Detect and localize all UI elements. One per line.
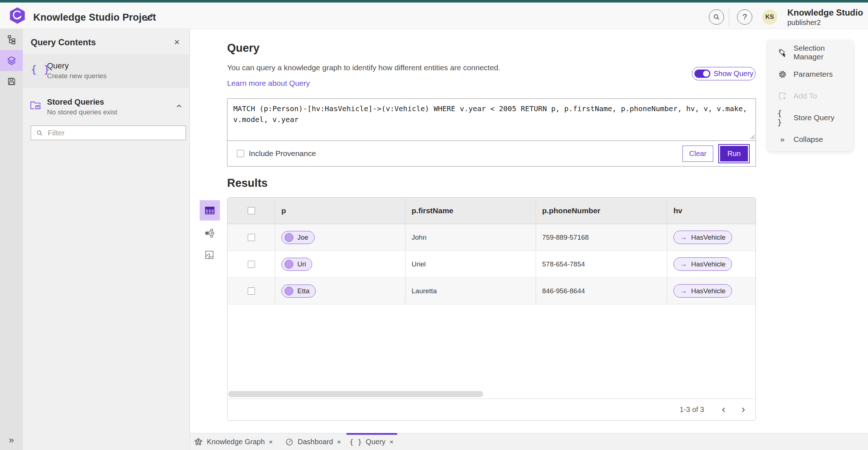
pagination-range: 1-3 of 3 (680, 405, 704, 414)
cell-phonenumber: 846-956-8644 (536, 278, 667, 304)
query-tools-panel: Selection Manager Parameters Add To { } (768, 41, 853, 151)
tab-label: Query (366, 438, 385, 446)
help-icon: ? (743, 12, 747, 22)
cell-firstname: Lauretta (405, 278, 536, 304)
add-to-icon (778, 91, 787, 101)
clear-button[interactable]: Clear (682, 146, 714, 162)
entity-node-icon (285, 260, 293, 269)
panel-close-button[interactable]: × (171, 36, 183, 48)
column-header-p[interactable]: p (275, 198, 405, 224)
selection-manager-button[interactable]: Selection Manager (768, 42, 853, 63)
org-name: Knowledge Studio (787, 8, 863, 18)
close-icon[interactable]: × (337, 438, 341, 446)
stored-queries-title: Stored Queries (47, 97, 104, 107)
username: publisher2 (787, 18, 863, 27)
chevron-up-icon[interactable] (175, 102, 183, 110)
cell-firstname: John (405, 224, 536, 251)
edit-title-pencil-icon[interactable] (145, 12, 154, 22)
collapse-panel-button[interactable]: » Collapse (768, 129, 853, 150)
rail-item-contents[interactable] (0, 50, 23, 71)
pagination-bar: 1-3 of 3 (227, 399, 756, 420)
parameters-button[interactable]: Parameters (768, 63, 853, 85)
query-contents-item-query[interactable]: { } Query Create new queries (23, 55, 190, 87)
stored-queries-folder-icon (29, 99, 42, 112)
entity-label: Joe (297, 234, 309, 241)
panel-header: Query Contents × (23, 29, 190, 55)
store-query-button[interactable]: { } Store Query (768, 107, 853, 129)
link-chart-icon (204, 227, 215, 239)
close-icon[interactable]: × (269, 438, 273, 446)
add-to-button: Add To (768, 85, 853, 107)
column-header-firstname[interactable]: p.firstName (405, 198, 536, 224)
row-checkbox[interactable] (248, 287, 255, 295)
top-accent-strip (0, 0, 868, 3)
tab-dashboard[interactable]: Dashboard × (285, 433, 341, 450)
horizontal-scrollbar-thumb[interactable] (228, 391, 483, 397)
close-icon: × (174, 37, 179, 48)
view-map-button[interactable] (203, 249, 216, 261)
chevron-left-icon (721, 407, 727, 413)
selection-manager-label: Selection Manager (793, 44, 853, 61)
select-all-checkbox[interactable] (248, 207, 255, 214)
user-avatar[interactable]: KS (762, 9, 777, 25)
include-provenance-checkbox[interactable] (237, 150, 244, 157)
stored-queries-section[interactable]: Stored Queries No stored queries exist (23, 91, 190, 123)
row-checkbox[interactable] (248, 234, 255, 241)
gear-icon (778, 70, 787, 79)
learn-more-link[interactable]: Learn more about Query (227, 79, 310, 88)
layers-icon (6, 55, 17, 66)
query-editor-box: MATCH (p:Person)-[hv:HasVehicle]->(v:Veh… (227, 98, 756, 167)
run-button[interactable]: Run (720, 146, 748, 161)
entity-pill[interactable]: Etta (281, 285, 316, 298)
knowledge-graph-icon (194, 437, 203, 446)
view-link-chart-button[interactable] (203, 227, 216, 239)
rail-item-data-model[interactable] (0, 29, 23, 50)
dashboard-gauge-icon (285, 438, 294, 446)
relationship-label: HasVehicle (691, 260, 726, 268)
entity-pill[interactable]: Uri (281, 258, 312, 271)
search-button[interactable] (709, 9, 724, 25)
table-row[interactable]: Etta Lauretta 846-956-8644 → HasVehicle (227, 278, 756, 304)
entity-node-icon (285, 233, 293, 242)
cell-firstname: Uriel (405, 251, 536, 277)
include-provenance-label: Include Provenance (249, 149, 316, 158)
relationship-pill[interactable]: → HasVehicle (673, 231, 732, 244)
hierarchy-icon (7, 34, 17, 45)
cell-phonenumber: 759-889-57168 (536, 224, 667, 251)
app-logo-icon[interactable] (9, 7, 26, 24)
query-controls-row: Include Provenance Clear Run (227, 141, 756, 166)
user-block[interactable]: Knowledge Studio publisher2 (787, 8, 863, 27)
column-header-phonenumber[interactable]: p.phoneNumber (536, 198, 667, 224)
relationship-pill[interactable]: → HasVehicle (673, 284, 732, 298)
expand-panel-button[interactable]: » (0, 433, 23, 447)
tab-label: Dashboard (298, 438, 333, 446)
toggle-on-icon (694, 70, 710, 78)
tab-query-active[interactable]: { } Query × (349, 433, 397, 450)
query-text-input[interactable]: MATCH (p:Person)-[hv:HasVehicle]->(v:Veh… (227, 99, 756, 141)
query-contents-panel: Query Contents × { } Query Create new qu… (23, 29, 190, 450)
project-title: Knowledge Studio Project (33, 12, 156, 23)
rail-item-save[interactable] (0, 71, 23, 92)
pagination-next-button[interactable] (736, 403, 750, 417)
double-chevron-right-icon: » (780, 135, 784, 144)
arrow-right-icon: → (680, 233, 687, 241)
relationship-label: HasVehicle (691, 234, 726, 241)
filter-input[interactable] (48, 129, 178, 137)
show-query-toggle[interactable]: Show Query (692, 67, 756, 80)
topbar-divider (729, 8, 729, 26)
pagination-prev-button[interactable] (716, 403, 731, 417)
row-checkbox[interactable] (248, 261, 255, 268)
table-row[interactable]: Joe John 759-889-57168 → HasVehicle (227, 224, 756, 251)
close-icon[interactable]: × (390, 438, 393, 446)
help-button[interactable]: ? (737, 9, 752, 25)
entity-pill[interactable]: Joe (281, 231, 315, 244)
table-view-icon (204, 205, 216, 216)
selection-manager-icon (778, 48, 787, 58)
view-table-button[interactable] (200, 200, 220, 220)
table-row[interactable]: Uri Uriel 578-654-7854 → HasVehicle (227, 251, 756, 278)
column-header-hv[interactable]: hv (667, 198, 756, 224)
cell-phonenumber: 578-654-7854 (536, 251, 667, 277)
entity-label: Etta (297, 287, 310, 295)
relationship-pill[interactable]: → HasVehicle (673, 257, 732, 271)
tab-knowledge-graph[interactable]: Knowledge Graph × (194, 433, 273, 450)
